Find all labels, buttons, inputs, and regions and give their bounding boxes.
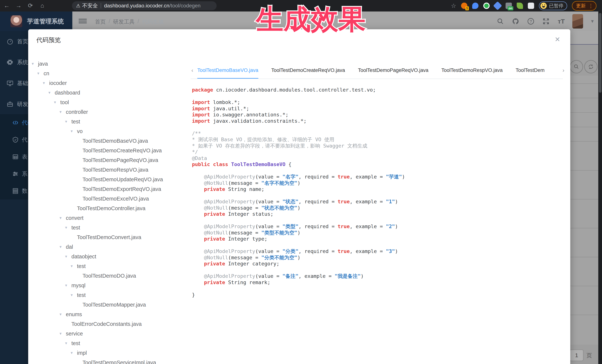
tree-expand-caret-icon[interactable]: ▾ bbox=[48, 90, 55, 95]
tree-expand-caret-icon[interactable]: ▾ bbox=[65, 254, 71, 259]
tree-folder-node[interactable]: ▾java bbox=[28, 59, 188, 69]
sidebar-item-codegen[interactable]: 代码生成 bbox=[0, 114, 28, 131]
tabs-scroll-left-icon[interactable]: ‹ bbox=[191, 67, 193, 73]
user-avatar[interactable] bbox=[572, 14, 583, 29]
pagination-page-input[interactable]: 1 bbox=[570, 350, 583, 361]
browser-back-icon[interactable]: ← bbox=[3, 1, 11, 10]
tree-expand-caret-icon[interactable]: ▾ bbox=[65, 283, 71, 288]
tree-file-node[interactable]: ToolTestDemoUpdateReqVO.java bbox=[28, 175, 188, 184]
code-file-tab[interactable]: ToolTestDemoPageReqVO.java bbox=[358, 67, 428, 79]
tree-expand-caret-icon[interactable]: ▾ bbox=[60, 244, 66, 249]
bookmark-star-icon[interactable]: ☆ bbox=[451, 2, 456, 9]
breadcrumb-devtools[interactable]: 研发工具 bbox=[113, 18, 135, 26]
github-icon[interactable] bbox=[512, 17, 520, 25]
breadcrumb-home[interactable]: 首页 bbox=[95, 18, 106, 26]
tree-folder-node[interactable]: ▾controller bbox=[28, 107, 188, 117]
tree-file-node[interactable]: ToolTestDemoMapper.java bbox=[28, 300, 188, 310]
help-icon[interactable]: ? bbox=[527, 17, 535, 25]
font-size-icon[interactable]: ᴛT bbox=[557, 17, 565, 25]
tree-file-node[interactable]: ToolTestDemoCreateReqVO.java bbox=[28, 146, 188, 155]
browser-home-icon[interactable]: ⌂ bbox=[38, 1, 46, 10]
tree-file-node[interactable]: ToolErrorCodeConstants.java bbox=[28, 319, 188, 329]
tree-folder-node[interactable]: ▾service bbox=[28, 329, 188, 338]
browser-scrollbar[interactable] bbox=[598, 11, 602, 364]
tree-folder-node[interactable]: ▾impl bbox=[28, 348, 188, 358]
tree-folder-node[interactable]: ▾dataobject bbox=[28, 252, 188, 261]
code-file-tab[interactable]: ToolTestDemoRespVO.java bbox=[441, 67, 503, 79]
app-logo-block[interactable]: 芋道管理系统 bbox=[0, 11, 72, 31]
sidebar-item-sub4[interactable]: 系 bbox=[0, 165, 28, 182]
tree-expand-caret-icon[interactable]: ▾ bbox=[60, 312, 66, 317]
tree-expand-caret-icon[interactable]: ▾ bbox=[71, 293, 77, 297]
tree-file-node[interactable]: ToolTestDemoExcelVO.java bbox=[28, 194, 188, 204]
extension-sprout-icon[interactable] bbox=[517, 3, 523, 9]
tree-expand-caret-icon[interactable]: ▾ bbox=[71, 351, 77, 355]
extensions-puzzle-icon[interactable] bbox=[528, 3, 534, 9]
tree-expand-caret-icon[interactable]: ▾ bbox=[65, 341, 71, 346]
tree-folder-node[interactable]: ▾test bbox=[28, 338, 188, 348]
tree-folder-node[interactable]: ▾test bbox=[28, 223, 188, 232]
tree-file-node[interactable]: ToolTestDemoDO.java bbox=[28, 271, 188, 281]
tree-file-node[interactable]: ToolTestDemoController.java bbox=[28, 204, 188, 213]
browser-forward-icon[interactable]: → bbox=[14, 1, 23, 10]
header-search-icon[interactable] bbox=[496, 17, 505, 25]
table-search-button[interactable] bbox=[570, 60, 583, 73]
browser-update-button[interactable]: 更新 ⋮ bbox=[572, 1, 596, 10]
tree-expand-caret-icon[interactable]: ▾ bbox=[43, 81, 49, 85]
browser-menu-icon[interactable]: ⋮ bbox=[588, 3, 593, 9]
tree-file-node[interactable]: ToolTestDemoPageReqVO.java bbox=[28, 155, 188, 165]
extension-green-circle-icon[interactable] bbox=[483, 3, 490, 9]
table-refresh-button[interactable] bbox=[584, 60, 598, 73]
sidebar-item-system[interactable]: 系统管理 bbox=[0, 54, 28, 71]
extension-orange-icon[interactable]: 1 bbox=[461, 3, 467, 9]
address-bar[interactable]: ⚠ 不安全 dashboard.yudao.iocoder.cn/tool/co… bbox=[72, 1, 217, 10]
code-file-tab[interactable]: ToolTestDemoCreateReqVO.java bbox=[271, 67, 345, 79]
tree-folder-node[interactable]: ▾dal bbox=[28, 242, 188, 252]
tree-folder-node[interactable]: ▾cn bbox=[28, 69, 188, 78]
sidebar-item-devtools[interactable]: 研发工具 bbox=[0, 96, 28, 113]
sidebar-item-sub3[interactable]: 表 bbox=[0, 148, 28, 165]
tree-expand-caret-icon[interactable]: ▾ bbox=[32, 61, 38, 66]
code-file-tab[interactable]: ToolTestDemoBaseVO.java bbox=[197, 67, 258, 79]
user-menu-caret-icon[interactable]: ▼ bbox=[590, 19, 595, 24]
dialog-close-icon[interactable]: ✕ bbox=[555, 36, 560, 43]
fullscreen-icon[interactable] bbox=[542, 17, 550, 25]
extension-list-on-icon[interactable]: on bbox=[505, 3, 512, 9]
sidebar-item-infra[interactable]: 基础设施 bbox=[0, 75, 28, 92]
tree-expand-caret-icon[interactable]: ▾ bbox=[37, 71, 43, 76]
tree-folder-node[interactable]: ▾convert bbox=[28, 213, 188, 223]
tree-expand-caret-icon[interactable]: ▾ bbox=[60, 216, 66, 220]
tree-folder-node[interactable]: ▾iocoder bbox=[28, 78, 188, 88]
tree-expand-caret-icon[interactable]: ▾ bbox=[71, 129, 77, 134]
tree-expand-caret-icon[interactable]: ▾ bbox=[65, 119, 71, 124]
tree-folder-node[interactable]: ▾test bbox=[28, 290, 188, 300]
tree-folder-node[interactable]: ▾mysql bbox=[28, 281, 188, 290]
tree-expand-caret-icon[interactable]: ▾ bbox=[60, 331, 66, 336]
tree-folder-node[interactable]: ▾test bbox=[28, 261, 188, 271]
browser-reload-icon[interactable]: ⟳ bbox=[26, 1, 34, 10]
extension-blue-diamond-icon[interactable] bbox=[493, 1, 502, 10]
tree-folder-node[interactable]: ▾dashboard bbox=[28, 88, 188, 97]
sidebar-item-sub5[interactable]: 数 bbox=[0, 182, 28, 199]
sidebar-fold-icon[interactable] bbox=[79, 18, 87, 25]
code-file-tab[interactable]: ToolTestDemoUpdateReqVO.java bbox=[516, 67, 545, 79]
tree-file-node[interactable]: ToolTestDemoExportReqVO.java bbox=[28, 184, 188, 194]
tree-folder-node[interactable]: ▾enums bbox=[28, 310, 188, 319]
tree-folder-node[interactable]: ▾test bbox=[28, 117, 188, 126]
sidebar-item-sub2[interactable]: 代 bbox=[0, 131, 28, 148]
tree-expand-caret-icon[interactable]: ▾ bbox=[65, 225, 71, 230]
profile-paused-chip[interactable]: 已暂停 bbox=[539, 1, 567, 10]
tree-expand-caret-icon[interactable]: ▾ bbox=[54, 100, 60, 105]
sidebar-item-home[interactable]: 首页 bbox=[0, 33, 28, 50]
tree-file-node[interactable]: ToolTestDemoRespVO.java bbox=[28, 165, 188, 175]
extension-blue-drop-icon[interactable] bbox=[472, 3, 478, 9]
tree-file-node[interactable]: ToolTestDemoConvert.java bbox=[28, 232, 188, 242]
tabs-scroll-right-icon[interactable]: › bbox=[562, 67, 564, 73]
tree-file-node[interactable]: ToolTestDemoBaseVO.java bbox=[28, 136, 188, 146]
tree-expand-caret-icon[interactable]: ▾ bbox=[71, 264, 77, 269]
tree-file-node[interactable]: ToolTestDemoServiceImpl.java bbox=[28, 358, 188, 364]
tree-folder-node[interactable]: ▾tool bbox=[28, 97, 188, 107]
code-viewer[interactable]: package cn.iocoder.dashboard.modules.too… bbox=[192, 87, 559, 364]
tree-folder-node[interactable]: ▾vo bbox=[28, 126, 188, 136]
scrollbar-thumb[interactable] bbox=[599, 13, 602, 93]
